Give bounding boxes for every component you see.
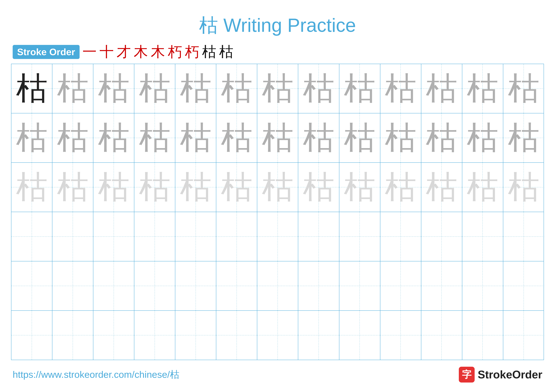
logo-icon: 字 xyxy=(459,367,475,383)
grid-cell-6-3[interactable] xyxy=(93,311,134,360)
grid-cell-4-1[interactable] xyxy=(11,212,52,261)
grid-cell-6-10[interactable] xyxy=(380,311,421,360)
grid-cell-3-13[interactable]: 枯 xyxy=(503,163,544,212)
grid-cell-3-4[interactable]: 枯 xyxy=(134,163,175,212)
grid-cell-5-1[interactable] xyxy=(11,261,52,310)
grid-cell-4-9[interactable] xyxy=(339,212,380,261)
grid-cell-3-2[interactable]: 枯 xyxy=(52,163,93,212)
grid-cell-4-5[interactable] xyxy=(175,212,216,261)
grid-cell-2-4[interactable]: 枯 xyxy=(134,113,175,162)
grid-cell-6-13[interactable] xyxy=(503,311,544,360)
grid-cell-4-11[interactable] xyxy=(421,212,462,261)
grid-cell-3-1[interactable]: 枯 xyxy=(11,163,52,212)
grid-cell-2-3[interactable]: 枯 xyxy=(93,113,134,162)
grid-cell-5-10[interactable] xyxy=(380,261,421,310)
grid-cell-4-10[interactable] xyxy=(380,212,421,261)
cell-char: 枯 xyxy=(508,73,540,104)
grid-cell-5-9[interactable] xyxy=(339,261,380,310)
grid-cell-3-7[interactable]: 枯 xyxy=(257,163,298,212)
grid-cell-5-8[interactable] xyxy=(298,261,339,310)
grid-cell-1-5[interactable]: 枯 xyxy=(175,64,216,113)
grid-cell-4-13[interactable] xyxy=(503,212,544,261)
grid-cell-5-13[interactable] xyxy=(503,261,544,310)
cell-char: 枯 xyxy=(16,122,48,154)
stroke-5: 木 xyxy=(151,45,165,59)
grid-cell-5-7[interactable] xyxy=(257,261,298,310)
cell-char: 枯 xyxy=(344,171,375,203)
cell-char: 枯 xyxy=(344,122,375,154)
grid-cell-2-6[interactable]: 枯 xyxy=(216,113,257,162)
grid-cell-2-5[interactable]: 枯 xyxy=(175,113,216,162)
grid-cell-5-6[interactable] xyxy=(216,261,257,310)
cell-char: 枯 xyxy=(467,122,498,154)
grid-cell-6-2[interactable] xyxy=(52,311,93,360)
grid-cell-6-8[interactable] xyxy=(298,311,339,360)
cell-char: 枯 xyxy=(57,171,89,203)
cell-char: 枯 xyxy=(344,73,375,104)
grid-cell-5-2[interactable] xyxy=(52,261,93,310)
grid-cell-1-10[interactable]: 枯 xyxy=(380,64,421,113)
grid-cell-1-1[interactable]: 枯 xyxy=(11,64,52,113)
grid-cell-5-5[interactable] xyxy=(175,261,216,310)
grid-cell-4-3[interactable] xyxy=(93,212,134,261)
cell-char: 枯 xyxy=(139,122,171,154)
cell-char: 枯 xyxy=(385,73,416,104)
grid-cell-3-3[interactable]: 枯 xyxy=(93,163,134,212)
grid-cell-6-9[interactable] xyxy=(339,311,380,360)
grid-cell-2-13[interactable]: 枯 xyxy=(503,113,544,162)
grid-cell-3-8[interactable]: 枯 xyxy=(298,163,339,212)
grid-cell-1-12[interactable]: 枯 xyxy=(462,64,503,113)
grid-cell-5-12[interactable] xyxy=(462,261,503,310)
grid-cell-3-12[interactable]: 枯 xyxy=(462,163,503,212)
grid-cell-4-2[interactable] xyxy=(52,212,93,261)
stroke-order-row: Stroke Order 一 十 才 木 木 朽 朽 枯 枯 xyxy=(0,45,555,64)
grid-cell-5-11[interactable] xyxy=(421,261,462,310)
grid-cell-3-5[interactable]: 枯 xyxy=(175,163,216,212)
grid-cell-2-2[interactable]: 枯 xyxy=(52,113,93,162)
grid-cell-6-7[interactable] xyxy=(257,311,298,360)
grid-cell-2-1[interactable]: 枯 xyxy=(11,113,52,162)
grid-cell-4-6[interactable] xyxy=(216,212,257,261)
cell-char: 枯 xyxy=(221,171,253,203)
stroke-8: 枯 xyxy=(202,45,216,59)
stroke-7: 朽 xyxy=(185,45,199,59)
cell-char: 枯 xyxy=(426,122,457,154)
grid-cell-3-9[interactable]: 枯 xyxy=(339,163,380,212)
grid-cell-1-13[interactable]: 枯 xyxy=(503,64,544,113)
grid-cell-1-7[interactable]: 枯 xyxy=(257,64,298,113)
grid-cell-6-12[interactable] xyxy=(462,311,503,360)
grid-cell-2-8[interactable]: 枯 xyxy=(298,113,339,162)
grid-row-6 xyxy=(11,311,544,360)
grid-cell-6-6[interactable] xyxy=(216,311,257,360)
grid-cell-5-3[interactable] xyxy=(93,261,134,310)
grid-cell-2-7[interactable]: 枯 xyxy=(257,113,298,162)
grid-cell-6-11[interactable] xyxy=(421,311,462,360)
grid-cell-1-6[interactable]: 枯 xyxy=(216,64,257,113)
cell-char: 枯 xyxy=(508,171,540,203)
cell-char: 枯 xyxy=(426,171,457,203)
grid-cell-2-12[interactable]: 枯 xyxy=(462,113,503,162)
grid-cell-2-9[interactable]: 枯 xyxy=(339,113,380,162)
grid-cell-4-12[interactable] xyxy=(462,212,503,261)
grid-cell-3-6[interactable]: 枯 xyxy=(216,163,257,212)
grid-cell-6-4[interactable] xyxy=(134,311,175,360)
grid-cell-1-8[interactable]: 枯 xyxy=(298,64,339,113)
grid-cell-6-1[interactable] xyxy=(11,311,52,360)
grid-cell-6-5[interactable] xyxy=(175,311,216,360)
grid-cell-4-8[interactable] xyxy=(298,212,339,261)
grid-cell-1-3[interactable]: 枯 xyxy=(93,64,134,113)
grid-cell-2-11[interactable]: 枯 xyxy=(421,113,462,162)
grid-cell-3-11[interactable]: 枯 xyxy=(421,163,462,212)
grid-cell-2-10[interactable]: 枯 xyxy=(380,113,421,162)
grid-cell-1-4[interactable]: 枯 xyxy=(134,64,175,113)
grid-cell-5-4[interactable] xyxy=(134,261,175,310)
grid-cell-3-10[interactable]: 枯 xyxy=(380,163,421,212)
grid-cell-4-7[interactable] xyxy=(257,212,298,261)
grid-cell-1-2[interactable]: 枯 xyxy=(52,64,93,113)
cell-char: 枯 xyxy=(385,122,416,154)
footer: https://www.strokeorder.com/chinese/枯 字 … xyxy=(13,367,542,383)
grid-cell-1-9[interactable]: 枯 xyxy=(339,64,380,113)
page-title: 枯 Writing Practice xyxy=(199,14,356,36)
grid-cell-4-4[interactable] xyxy=(134,212,175,261)
grid-cell-1-11[interactable]: 枯 xyxy=(421,64,462,113)
